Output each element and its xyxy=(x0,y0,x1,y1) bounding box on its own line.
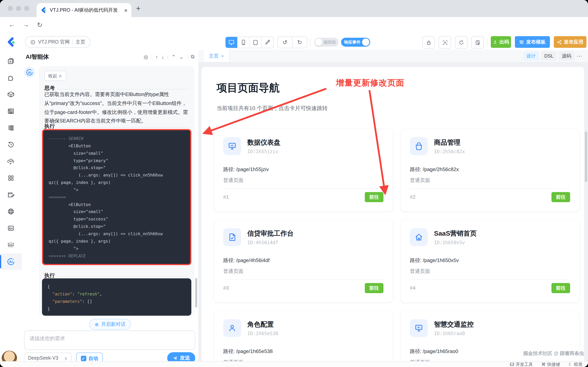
page-tab-home[interactable]: 主页 × xyxy=(203,50,230,62)
traffic-light-close[interactable] xyxy=(8,6,13,11)
traffic-light-minimize[interactable] xyxy=(16,6,21,11)
prompt-input[interactable]: 请描述您的需求 xyxy=(24,330,195,350)
card-path: 路径: /page/1h55jziv xyxy=(223,166,269,173)
dark-theme-item[interactable]: ☾ 暗黑 xyxy=(569,361,583,367)
scroll-top-icon[interactable]: ↑ xyxy=(156,54,158,60)
sidebar-item-ai-agent[interactable]: Ai xyxy=(0,253,22,270)
mode-source-button[interactable]: 源码 xyxy=(559,51,574,61)
json-code[interactable]: { "action": "refresh", "parameters": []} xyxy=(42,278,191,316)
publish-template-label: 发布模板 xyxy=(526,39,546,45)
sync-icon[interactable] xyxy=(455,36,467,49)
ai-message-bubble: 收起 ∧ 思考 已获取当前文件内容。需要将页面中ElButton的type属性从… xyxy=(39,66,194,316)
card-id: ID:1h55jziv xyxy=(247,149,278,154)
official-site-label[interactable]: VTJ.PRO 官网 xyxy=(38,39,70,45)
lock-icon[interactable] xyxy=(422,36,435,49)
pages-icon[interactable] xyxy=(0,53,22,69)
status-bar: 开发工具 ⌘ 快捷键 ☾ 暗黑 xyxy=(0,361,588,367)
diff-line: qz({ page, index }, args) xyxy=(49,179,185,186)
user-icon xyxy=(223,319,241,337)
layout-icon[interactable] xyxy=(0,103,22,119)
undo-icon[interactable]: ↺ xyxy=(278,37,293,48)
exec-label: 执行 xyxy=(44,272,55,279)
page-cards-grid: 数据仪表盘 ID:1h55jziv 路径: /page/1h55jziv 普通页… xyxy=(214,129,580,362)
publish-template-button[interactable]: 发布模板 xyxy=(515,36,550,48)
forward-icon[interactable]: → xyxy=(23,21,29,29)
outline-tree-icon[interactable] xyxy=(0,120,22,136)
more-modes-icon[interactable]: ⋯ xyxy=(577,53,583,59)
divider xyxy=(410,189,570,189)
page-card[interactable]: 数据仪表盘 ID:1h55jziv 路径: /page/1h55jziv 普通页… xyxy=(214,129,393,211)
guides-toggle[interactable]: 辅助线 xyxy=(314,38,338,47)
devtools-label: 开发工具 xyxy=(516,361,533,367)
diff-line: ======= xyxy=(49,194,185,201)
events-toggle-label: 响应事件 xyxy=(344,40,361,45)
watermark-text: 掘金技术社区 @ 踩着两条虫 xyxy=(523,350,584,357)
page-card[interactable]: 信贷审批工作台 ID:4h56i4df 路径: /page/4h56i4df 普… xyxy=(214,220,393,302)
mode-design-button[interactable]: 设计 xyxy=(523,51,539,61)
publish-app-button[interactable]: 发布应用 xyxy=(554,36,587,48)
redo-icon[interactable]: ↻ xyxy=(293,37,307,48)
scroll-bottom-icon[interactable]: ↓ xyxy=(162,54,164,60)
reload-icon[interactable]: ↻ xyxy=(37,21,42,29)
official-site-link[interactable]: VTJ.PRO 官网 主页 xyxy=(25,36,91,48)
traffic-light-zoom[interactable] xyxy=(24,6,29,11)
app-toolbar: VTJ.PRO 官网 主页 ↺ ↻ 辅助线 xyxy=(0,34,588,50)
tab-close-icon[interactable]: × xyxy=(221,54,224,58)
ai-panel-scrollbar[interactable] xyxy=(195,278,197,308)
diff-code[interactable]: ------- SEARCH <ElButton size="small" ty… xyxy=(43,130,190,264)
notes-icon[interactable] xyxy=(0,187,22,203)
new-chat-button[interactable]: ⊕ 开启新对话 xyxy=(89,319,131,330)
left-sidebar: API En ENV Ai xyxy=(0,50,22,367)
svg-text:Ai: Ai xyxy=(28,71,31,75)
card-index: #4 xyxy=(410,285,416,291)
canvas-scrollbar[interactable] xyxy=(585,131,587,182)
page-card[interactable]: SaaS营销首页 ID:1h650x5v 路径: /page/1h650x5v … xyxy=(401,220,580,302)
diff-line: (...args: any[]) => click_nn5h66xw xyxy=(49,171,185,179)
i18n-globe-icon[interactable] xyxy=(0,203,22,220)
device-desktop-button[interactable] xyxy=(226,37,238,48)
tab-close-icon[interactable]: × xyxy=(124,7,127,13)
apps-grid-icon[interactable] xyxy=(0,170,22,186)
page-card[interactable]: 角色配置 ID:1h65e538 路径: /page/1h65e538 普通页面… xyxy=(214,311,393,362)
prev-message-icon[interactable]: ⌃ xyxy=(171,54,176,60)
browser-tab[interactable]: VTJ.PRO - AI驱动的低代码开发 × xyxy=(37,3,131,17)
page-card[interactable]: 商品管理 ID:2h56c82x 路径: /page/2h56c82x 普通页面… xyxy=(401,129,580,211)
lang-en-icon[interactable]: En xyxy=(0,220,22,236)
goto-button[interactable]: 前往 xyxy=(551,192,570,202)
goto-button[interactable]: 前往 xyxy=(365,192,383,202)
devtools-item[interactable]: 开发工具 xyxy=(510,361,533,367)
divider xyxy=(223,280,383,280)
next-message-icon[interactable]: ⌄ xyxy=(179,54,184,60)
mode-dsl-button[interactable]: DSL xyxy=(541,51,556,61)
env-icon[interactable]: ENV xyxy=(0,237,22,253)
goto-button[interactable]: 前往 xyxy=(551,283,570,293)
card-index: #3 xyxy=(223,285,229,291)
device-tablet-button[interactable] xyxy=(250,37,262,48)
history-icon[interactable] xyxy=(0,136,22,153)
diff-line: @click.stop=" xyxy=(49,164,185,172)
toggle-knob xyxy=(362,39,370,46)
goto-button[interactable]: 前往 xyxy=(365,283,383,293)
new-tab-button[interactable]: + xyxy=(136,4,140,13)
export-code-button[interactable]: 出码 xyxy=(491,36,511,48)
card-id: ID:4h56i4df xyxy=(247,240,278,245)
chat-history-icon[interactable]: ⧉ xyxy=(191,54,194,60)
divider xyxy=(73,40,73,44)
capture-icon[interactable] xyxy=(439,36,451,49)
collapse-button[interactable]: 收起 ∧ xyxy=(44,71,66,81)
shortcuts-item[interactable]: ⌘ 快捷键 xyxy=(541,361,560,367)
device-phone-button[interactable] xyxy=(238,37,250,48)
api-icon[interactable]: API xyxy=(0,153,22,169)
draft-edit-button[interactable] xyxy=(262,37,273,48)
card-id: ID:2h56c82x xyxy=(434,149,465,154)
back-icon[interactable]: ← xyxy=(8,21,15,29)
blocks-icon[interactable] xyxy=(0,86,22,103)
preview-icon[interactable]: ◎ xyxy=(144,54,148,60)
events-toggle[interactable]: 响应事件 xyxy=(341,38,370,47)
diff-line: <ElButton xyxy=(49,142,185,150)
project-config-icon[interactable] xyxy=(471,36,484,49)
card-path: 路径: /page/1h65rao0 xyxy=(410,348,458,355)
components-icon[interactable] xyxy=(0,70,22,86)
home-link-label[interactable]: 主页 xyxy=(76,39,85,45)
divider xyxy=(488,38,488,46)
